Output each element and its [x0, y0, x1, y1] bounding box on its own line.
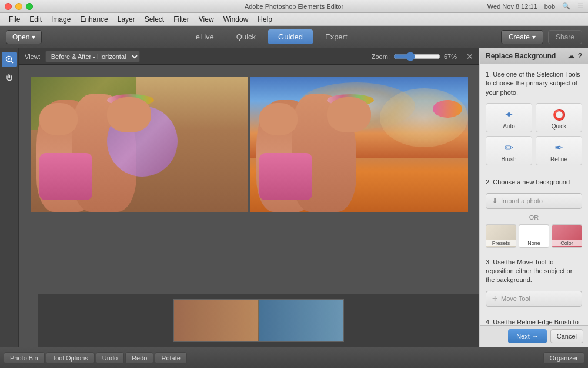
help-icon[interactable]: ?: [578, 52, 582, 60]
menu-window[interactable]: Window: [219, 14, 253, 25]
tab-elive[interactable]: eLive: [185, 29, 225, 44]
zoom-tool-button[interactable]: [2, 52, 17, 67]
svg-line-1: [11, 61, 13, 64]
toolbar-right-actions: Create ▾ Share: [501, 30, 582, 44]
close-window-button[interactable]: [5, 3, 12, 10]
share-button[interactable]: Share: [548, 30, 582, 44]
color-swatch[interactable]: Color: [552, 224, 582, 248]
tab-expert[interactable]: Expert: [315, 29, 358, 44]
none-swatch[interactable]: None: [519, 224, 549, 248]
menu-view[interactable]: View: [195, 14, 218, 25]
app-title: Adobe Photoshop Elements Editor: [245, 3, 343, 10]
hand-tool-button[interactable]: [2, 69, 17, 85]
minimize-window-button[interactable]: [15, 3, 22, 10]
brush-icon: ✏: [505, 141, 513, 154]
import-photo-button[interactable]: ⬇ Import a photo: [486, 193, 582, 209]
move-label: Move Tool: [501, 295, 530, 302]
zoom-slider[interactable]: [393, 52, 440, 61]
cancel-button[interactable]: Cancel: [550, 329, 583, 343]
image-panel: [31, 77, 468, 212]
fullscreen-window-button[interactable]: [26, 3, 33, 10]
before-image: [31, 77, 248, 212]
main-area: View: Before & After - Horizontal Before…: [0, 48, 588, 347]
close-canvas-button[interactable]: ✕: [466, 52, 473, 61]
create-arrow: ▾: [532, 33, 536, 41]
auto-tool-card[interactable]: ✦ Auto: [486, 103, 532, 132]
tool-options-button[interactable]: Tool Options: [46, 352, 95, 364]
menu-image[interactable]: Image: [47, 14, 75, 25]
create-label: Create: [509, 33, 530, 41]
menu-edit[interactable]: Edit: [25, 14, 46, 25]
open-label: Open: [12, 33, 29, 41]
none-label: None: [519, 240, 549, 246]
refine-icon: ✒: [554, 141, 563, 154]
view-bar: View: Before & After - Horizontal Before…: [19, 48, 479, 65]
zoom-value: 67%: [444, 53, 457, 60]
next-label: Next: [516, 333, 530, 340]
panel-title: Replace Background: [486, 52, 556, 60]
background-presets-grid: Presets None Color: [486, 224, 582, 248]
panel-scroll-content: 1. Use one of the Selection Tools to cho…: [480, 64, 588, 347]
open-arrow: ▾: [32, 33, 35, 41]
cloud-icon[interactable]: ☁: [567, 52, 574, 60]
step2-text: 2. Choose a new background: [486, 178, 582, 187]
photo-bin-button[interactable]: Photo Bin: [4, 352, 45, 364]
divider2: [486, 253, 582, 253]
menu-select[interactable]: Select: [141, 14, 168, 25]
rotate-label: Rotate: [161, 354, 180, 362]
next-arrow-icon: →: [532, 333, 539, 340]
brush-tool-card[interactable]: ✏ Brush: [486, 136, 532, 165]
search-icon[interactable]: 🔍: [562, 2, 570, 10]
next-button[interactable]: Next →: [508, 329, 547, 343]
move-tool-button[interactable]: ✛ Move Tool: [486, 291, 582, 307]
menu-filter[interactable]: Filter: [169, 14, 193, 25]
presets-label: Presets: [486, 240, 516, 246]
wand-icon: ✦: [505, 108, 513, 121]
photo-bin-label: Photo Bin: [10, 354, 38, 362]
step3-text: 3. Use the Move Tool to reposition eithe…: [486, 258, 582, 285]
menu-file[interactable]: File: [5, 14, 24, 25]
divider1: [486, 173, 582, 173]
tab-quick[interactable]: Quick: [226, 29, 266, 44]
thumbnail-image: [173, 299, 344, 342]
import-label: Import a photo: [501, 197, 543, 204]
create-button[interactable]: Create ▾: [501, 30, 543, 44]
view-select[interactable]: Before & After - Horizontal Before Only …: [45, 51, 140, 62]
notification-icon[interactable]: ☰: [577, 2, 583, 10]
menubar: File Edit Image Enhance Layer Select Fil…: [0, 13, 588, 26]
menu-enhance[interactable]: Enhance: [76, 14, 112, 25]
redo-button[interactable]: Redo: [125, 352, 153, 364]
zoom-label: Zoom:: [372, 53, 390, 60]
bottom-bar: Photo Bin Tool Options Undo Redo Rotate …: [0, 347, 588, 368]
menu-layer[interactable]: Layer: [113, 14, 139, 25]
after-image: [250, 77, 468, 212]
open-button[interactable]: Open ▾: [6, 30, 42, 44]
menu-help[interactable]: Help: [253, 14, 276, 25]
username: bob: [544, 3, 555, 10]
organizer-button[interactable]: Organizer: [543, 352, 584, 364]
left-toolbar: [0, 48, 19, 347]
right-panel: Replace Background ☁ ? 1. Use one of the…: [479, 48, 588, 347]
quick-tool-card[interactable]: ⭕ Quick: [536, 103, 582, 132]
quick-tool-label: Quick: [552, 123, 567, 130]
thumbnail-strip: [38, 294, 479, 347]
redo-label: Redo: [132, 354, 147, 362]
main-toolbar: Open ▾ eLive Quick Guided Expert Create …: [0, 26, 588, 48]
divider3: [486, 313, 582, 313]
tab-guided[interactable]: Guided: [268, 29, 313, 44]
presets-swatch[interactable]: Presets: [486, 224, 516, 248]
share-label: Share: [556, 33, 574, 41]
rotate-button[interactable]: Rotate: [155, 352, 186, 364]
zoom-area: Zoom: 67%: [372, 52, 457, 61]
or-divider: OR: [486, 214, 582, 221]
canvas-container: [19, 65, 479, 347]
panel-header-icons: ☁ ?: [567, 52, 582, 60]
refine-tool-card[interactable]: ✒ Refine: [536, 136, 582, 165]
brush-tool-label: Brush: [501, 156, 516, 163]
color-label: Color: [552, 240, 582, 246]
undo-button[interactable]: Undo: [96, 352, 124, 364]
mode-tabs: eLive Quick Guided Expert: [185, 29, 358, 44]
import-icon: ⬇: [492, 197, 497, 205]
view-label: View:: [25, 53, 41, 60]
panel-bottom-buttons: Next → Cancel: [480, 325, 588, 347]
